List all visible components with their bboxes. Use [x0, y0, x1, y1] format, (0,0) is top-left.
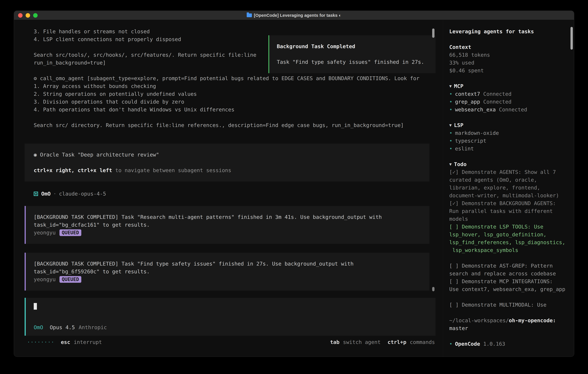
context-heading: Context [449, 43, 565, 51]
status-left: ········ esc interrupt [27, 338, 102, 346]
status-badge: QUEUED [60, 229, 81, 236]
context-used: 33% used [449, 59, 565, 67]
lsp-section-header[interactable]: ▼ LSP [449, 121, 565, 129]
mcp-section-header[interactable]: ▼ MCP [449, 82, 565, 90]
bullet-icon: • [449, 90, 452, 98]
app-version: • OpenCode 1.0.163 [449, 340, 565, 348]
agent-model: claude-opus-4-5 [59, 190, 106, 198]
zoom-button[interactable] [33, 13, 38, 18]
mcp-name: grep_app [455, 98, 480, 106]
chat-scrollbar-thumb[interactable] [432, 29, 434, 38]
bullet-icon: • [449, 340, 452, 348]
toast-body: Task "Find type safety issues" finished … [277, 58, 435, 66]
status-right: tab switch agent ctrl+p commands [330, 338, 435, 346]
text-cursor [34, 303, 37, 310]
message-text: [BACKGROUND TASK COMPLETED] Task "Resear… [34, 213, 430, 229]
todo-section-header[interactable]: ▼ Todo [449, 160, 565, 168]
bullet-icon: • [449, 145, 452, 153]
mcp-name: websearch_exa [455, 106, 496, 114]
subagent-panel: ◉ Oracle Task "Deep architecture review"… [25, 144, 430, 181]
subagent-nav-hint: ctrl+x right, ctrl+x left to navigate be… [34, 166, 430, 174]
chevron-down-icon: ▼ [449, 160, 452, 168]
spinner-dots: ········ [27, 338, 54, 346]
agent-header: OmO · claude-opus-4-5 [34, 190, 443, 198]
mcp-heading: MCP [454, 82, 463, 90]
ctrlp-key-label: commands [410, 338, 435, 346]
toast-title: Background Task Completed [277, 42, 435, 50]
todo-item: [✓] Demonstrate AGENTS: Show all 7 curat… [449, 168, 565, 199]
chat-pane: 3. File handles or streams not closed 4.… [14, 20, 443, 356]
todo-item: [✓] Demonstrate BACKGROUND AGENTS: Run p… [449, 199, 565, 223]
chat-scrollbar-thumb-bottom[interactable] [432, 287, 434, 291]
message-author: yeongyu [34, 276, 56, 283]
window-title-text: [OpenCode] Leveraging agents for tasks ◐ [254, 11, 341, 19]
separator-dot: · [53, 190, 56, 198]
mcp-item: • grep_app Connected [449, 98, 565, 106]
workspace-prefix: ~/local-workspaces/ [449, 317, 509, 323]
message-meta: yeongyu QUEUED [34, 276, 430, 283]
app-version-number: 1.0.163 [483, 340, 505, 348]
mcp-item: • websearch_exa Connected [449, 106, 565, 114]
input-provider-label: Anthropic [79, 323, 107, 331]
todo-heading: Todo [454, 160, 467, 168]
lsp-item: • typescript [449, 137, 565, 145]
status-bar: ········ esc interrupt tab switch agent … [14, 336, 443, 356]
traffic-lights [14, 13, 38, 18]
context-tokens: 66,518 tokens [449, 51, 565, 59]
chat-log: 3. File handles or streams not closed 4.… [14, 20, 443, 298]
close-button[interactable] [18, 13, 22, 18]
shortcut-hint-text: to navigate between subagent sessions [112, 167, 231, 173]
lsp-heading: LSP [454, 121, 463, 129]
tab-key-label: switch agent [343, 338, 380, 346]
message-input[interactable]: OmO Opus 4.5 Anthropic [25, 298, 435, 336]
message-meta: yeongyu QUEUED [34, 229, 430, 237]
workspace-branch: master [449, 325, 468, 331]
minimize-button[interactable] [26, 13, 30, 18]
input-model-label: Opus 4.5 [50, 323, 75, 331]
status-badge: QUEUED [60, 276, 81, 283]
sidebar-scrollbar-thumb[interactable] [570, 27, 573, 50]
lsp-item: • markdown-oxide [449, 129, 565, 137]
message-author: yeongyu [34, 229, 56, 237]
bullet-icon: • [449, 98, 452, 106]
mcp-status: Connected [483, 98, 512, 106]
todo-item: [ ] Demonstrate AST-GREP: Pattern search… [449, 262, 565, 278]
esc-key-label: interrupt [74, 338, 102, 346]
lsp-name: typescript [455, 137, 486, 145]
workspace-path: ~/local-workspaces/oh-my-opencode: maste… [449, 317, 565, 332]
lsp-item: • eslint [449, 145, 565, 153]
titlebar: [OpenCode] Leveraging agents for tasks ◐ [14, 11, 574, 20]
bullet-icon: • [449, 106, 452, 114]
bullet-icon: • [449, 137, 452, 145]
shortcut-keys-text: ctrl+x right, ctrl+x left [34, 167, 112, 173]
app-window: [OpenCode] Leveraging agents for tasks ◐… [14, 10, 574, 357]
bullet-icon: • [449, 129, 452, 137]
app-name: OpenCode [455, 340, 480, 348]
agent-name: OmO [41, 190, 51, 198]
mcp-name: context7 [455, 90, 480, 98]
message-text: [BACKGROUND TASK COMPLETED] Task "Find t… [34, 260, 430, 276]
lsp-name: markdown-oxide [455, 129, 499, 137]
ctrlp-key-hint: ctrl+p [388, 338, 406, 346]
esc-key-hint: esc [61, 338, 70, 346]
todo-item: [ ] Demonstrate MCP INTEGRATIONS: Use co… [449, 278, 565, 293]
context-spent: $0.46 spent [449, 67, 565, 74]
lsp-name: eslint [455, 145, 474, 153]
session-title: Leveraging agents for tasks [449, 28, 565, 35]
sidebar: Leveraging agents for tasks Context 66,5… [443, 20, 574, 356]
mcp-status: Connected [483, 90, 512, 98]
tab-key-hint: tab [330, 338, 339, 346]
subagent-panel-title: ◉ Oracle Task "Deep architecture review" [34, 151, 430, 159]
message-card: [BACKGROUND TASK COMPLETED] Task "Find t… [25, 253, 430, 291]
input-agent-label: OmO [34, 323, 43, 331]
mcp-item: • context7 Connected [449, 90, 565, 98]
agent-icon [34, 192, 38, 196]
message-card: [BACKGROUND TASK COMPLETED] Task "Resear… [25, 206, 430, 244]
chevron-down-icon: ▼ [449, 121, 452, 129]
todo-item: [ ] Demonstrate MULTIMODAL: Use [449, 301, 565, 309]
workspace-repo: oh-my-opencode: [509, 317, 556, 323]
mcp-status: Connected [499, 106, 527, 114]
folder-icon [247, 13, 252, 17]
chevron-down-icon: ▼ [449, 82, 452, 90]
window-title: [OpenCode] Leveraging agents for tasks ◐ [14, 11, 574, 19]
